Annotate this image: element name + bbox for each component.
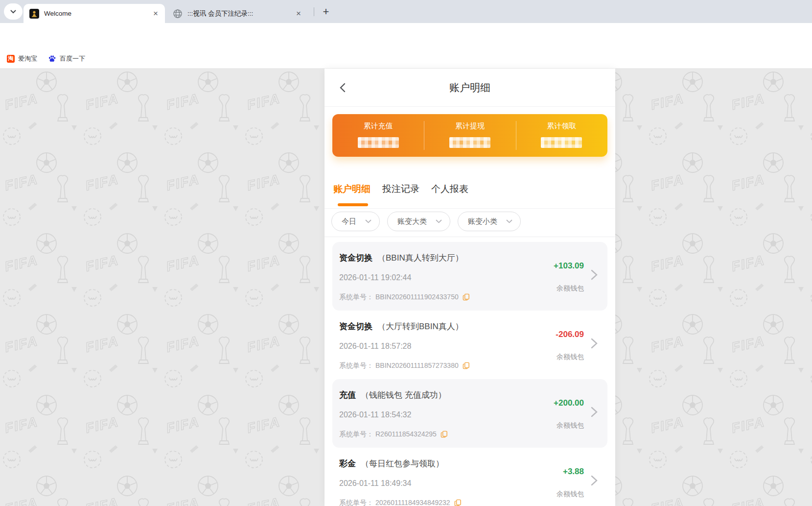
browser-tab-betting-records[interactable]: :::视讯 会员下注纪录::: × bbox=[167, 4, 308, 23]
chevron-down-icon bbox=[365, 219, 371, 223]
new-tab-button[interactable]: + bbox=[319, 4, 333, 19]
order-no-label: 系统单号： bbox=[339, 429, 373, 439]
copy-icon[interactable] bbox=[441, 431, 448, 438]
chevron-down-icon bbox=[10, 10, 16, 14]
hidden-value-mosaic bbox=[541, 137, 582, 148]
copy-icon[interactable] bbox=[463, 293, 470, 301]
filter-row: 今日 账变大类 账变小类 bbox=[325, 212, 615, 231]
order-no-label: 系统单号： bbox=[339, 498, 373, 506]
copy-icon[interactable] bbox=[454, 499, 462, 506]
totals-summary-card: 累计充值 累计提现 累计领取 bbox=[332, 114, 607, 157]
tx-time: 2026-01-11 18:54:32 bbox=[339, 410, 607, 420]
chevron-right-icon bbox=[591, 475, 598, 486]
total-deposit: 累计充值 bbox=[332, 114, 424, 157]
account-detail-panel: 账户明细 累计充值 累计提现 累计领取 账户明细 投注记录 个人报表 今日 bbox=[325, 69, 615, 506]
tx-wallet: 余额钱包 bbox=[557, 420, 584, 430]
transaction-list: 资金切换（BBIN真人转到大厅） 2026-01-11 19:02:44 系统单… bbox=[325, 242, 615, 506]
tx-amount: +103.09 bbox=[554, 261, 584, 271]
active-tab-underline bbox=[338, 203, 368, 206]
page-title: 账户明细 bbox=[325, 69, 615, 106]
tx-amount: -206.09 bbox=[556, 329, 584, 340]
globe-icon bbox=[173, 9, 183, 19]
tx-time: 2026-01-11 19:02:44 bbox=[339, 272, 607, 283]
major-category-dropdown[interactable]: 账变大类 bbox=[387, 212, 450, 231]
summary-divider bbox=[516, 121, 516, 150]
tab-search-button[interactable] bbox=[4, 3, 23, 20]
transaction-row[interactable]: 资金切换（BBIN真人转到大厅） 2026-01-11 19:02:44 系统单… bbox=[332, 242, 607, 311]
chevron-down-icon bbox=[506, 219, 512, 223]
tab-betting-records[interactable]: 投注记录 bbox=[382, 169, 419, 208]
total-withdrawal: 累计提现 bbox=[424, 114, 515, 157]
order-no: BBIN202601111902433750 bbox=[375, 292, 459, 302]
tx-amount: +3.88 bbox=[563, 466, 584, 477]
chevron-down-icon bbox=[436, 219, 442, 223]
tx-time: 2026-01-11 18:49:34 bbox=[339, 478, 607, 489]
order-no-label: 系统单号： bbox=[339, 292, 373, 302]
report-tabs: 账户明细 投注记录 个人报表 bbox=[325, 169, 615, 209]
tab-account-detail[interactable]: 账户明细 bbox=[333, 169, 371, 208]
tx-amount: +200.00 bbox=[554, 398, 584, 409]
chevron-right-icon bbox=[591, 269, 598, 280]
transaction-row[interactable]: 充值（钱能钱包 充值成功） 2026-01-11 18:54:32 系统单号：R… bbox=[332, 379, 607, 448]
tx-wallet: 余额钱包 bbox=[557, 283, 584, 293]
tx-wallet: 余额钱包 bbox=[557, 489, 584, 499]
transaction-row[interactable]: 彩金（每日红包参与领取） 2026-01-11 18:49:34 系统单号：20… bbox=[332, 448, 607, 506]
site-favicon-icon bbox=[29, 9, 39, 19]
tab-personal-report[interactable]: 个人报表 bbox=[431, 169, 468, 208]
taobao-icon: 淘 bbox=[7, 55, 15, 63]
browser-tab-welcome[interactable]: Welcome × bbox=[23, 4, 165, 23]
bookmark-baidu[interactable]: 百度一下 bbox=[48, 54, 85, 63]
tx-time: 2026-01-11 18:57:28 bbox=[339, 341, 607, 352]
tx-type: 充值 bbox=[339, 390, 356, 400]
chevron-right-icon bbox=[591, 407, 598, 417]
tab-close-icon[interactable]: × bbox=[294, 9, 303, 18]
total-claimed: 累计领取 bbox=[516, 114, 607, 157]
chevron-right-icon bbox=[591, 338, 598, 349]
hidden-value-mosaic bbox=[449, 137, 490, 148]
baidu-paw-icon bbox=[48, 54, 56, 63]
copy-icon[interactable] bbox=[463, 362, 470, 369]
bookmark-taobao[interactable]: 淘 爱淘宝 bbox=[7, 54, 37, 63]
page-header: 账户明细 bbox=[325, 69, 615, 107]
tab-title: Welcome bbox=[44, 10, 147, 17]
tx-type: 资金切换 bbox=[339, 322, 372, 331]
order-no: BBIN202601111857273380 bbox=[375, 361, 459, 370]
browser-toolbar: ld48.com/reports/index?tab=0 bbox=[0, 23, 812, 49]
transaction-row[interactable]: 资金切换（大厅转到BBIN真人） 2026-01-11 18:57:28 系统单… bbox=[332, 311, 607, 379]
tx-type: 彩金 bbox=[339, 459, 356, 468]
order-no-label: 系统单号： bbox=[339, 361, 373, 370]
hidden-value-mosaic bbox=[358, 137, 399, 148]
order-no: R260111854324295 bbox=[375, 429, 437, 439]
summary-divider bbox=[424, 121, 424, 150]
tx-detail: （每日红包参与领取） bbox=[361, 459, 444, 468]
order-no: 20260111184934849232 bbox=[375, 498, 450, 506]
bookmarks-bar: 淘 爱淘宝 百度一下 bbox=[0, 49, 812, 69]
tx-detail: （BBIN真人转到大厅） bbox=[377, 253, 464, 263]
tab-title: :::视讯 会员下注纪录::: bbox=[187, 9, 290, 18]
tx-type: 资金切换 bbox=[339, 253, 372, 263]
tx-detail: （钱能钱包 充值成功） bbox=[361, 390, 446, 400]
tx-detail: （大厅转到BBIN真人） bbox=[377, 322, 464, 331]
list-divider bbox=[325, 237, 615, 237]
minor-category-dropdown[interactable]: 账变小类 bbox=[458, 212, 521, 231]
tab-separator bbox=[314, 7, 314, 16]
date-filter-dropdown[interactable]: 今日 bbox=[331, 212, 380, 231]
tx-wallet: 余额钱包 bbox=[557, 352, 584, 361]
tab-close-icon[interactable]: × bbox=[151, 9, 160, 18]
browser-tab-strip: Welcome × :::视讯 会员下注纪录::: × + bbox=[0, 0, 812, 23]
